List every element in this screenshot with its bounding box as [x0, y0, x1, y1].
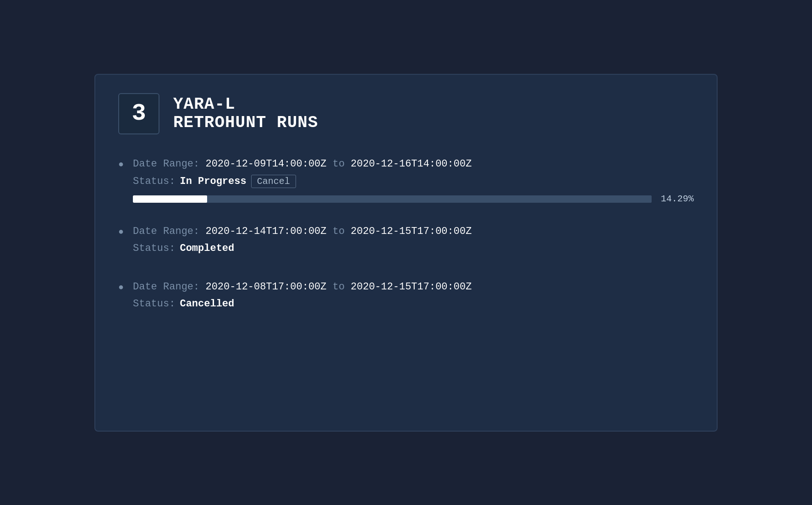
run-details: Date Range: 2020-12-09T14:00:00Z to 2020…	[133, 157, 694, 205]
date-range-to: to	[333, 226, 351, 237]
progress-text: 14.29%	[661, 194, 694, 204]
date-range-line: Date Range: 2020-12-08T17:00:00Z to 2020…	[133, 280, 694, 294]
main-card: 3 YARA-L RETROHUNT RUNS ●Date Range: 202…	[94, 74, 718, 432]
date-range-end: 2020-12-15T17:00:00Z	[351, 226, 472, 237]
runs-list: ●Date Range: 2020-12-09T14:00:00Z to 202…	[118, 157, 694, 315]
title-line1: YARA-L	[173, 95, 318, 114]
card-number: 3	[132, 100, 146, 127]
date-range-line: Date Range: 2020-12-09T14:00:00Z to 2020…	[133, 157, 694, 172]
bullet-icon: ●	[118, 282, 124, 293]
run-item: ●Date Range: 2020-12-09T14:00:00Z to 202…	[118, 157, 694, 205]
date-range-label: Date Range:	[133, 281, 205, 293]
run-item: ●Date Range: 2020-12-08T17:00:00Z to 202…	[118, 280, 694, 315]
progress-container: 14.29%	[133, 194, 694, 204]
date-range-to: to	[333, 158, 351, 170]
status-value: Completed	[180, 243, 234, 254]
status-label: Status:	[133, 243, 175, 254]
title-block: YARA-L RETROHUNT RUNS	[173, 95, 318, 132]
date-range-label: Date Range:	[133, 158, 205, 170]
status-line: Status:Cancelled	[133, 298, 694, 310]
title-line2: RETROHUNT RUNS	[173, 114, 318, 132]
bullet-icon: ●	[118, 159, 124, 170]
date-range-start: 2020-12-09T14:00:00Z	[205, 158, 332, 170]
status-label: Status:	[133, 176, 175, 187]
date-range-to: to	[333, 281, 351, 293]
status-line: Status:In ProgressCancel	[133, 175, 694, 188]
status-label: Status:	[133, 298, 175, 310]
date-range-start: 2020-12-08T17:00:00Z	[205, 281, 332, 293]
date-range-end: 2020-12-16T14:00:00Z	[351, 158, 472, 170]
date-range-label: Date Range:	[133, 226, 205, 237]
card-header: 3 YARA-L RETROHUNT RUNS	[118, 93, 694, 134]
progress-bar-fill	[133, 195, 207, 203]
number-box: 3	[118, 93, 159, 134]
status-line: Status:Completed	[133, 243, 694, 254]
run-item: ●Date Range: 2020-12-14T17:00:00Z to 202…	[118, 225, 694, 260]
run-details: Date Range: 2020-12-14T17:00:00Z to 2020…	[133, 225, 694, 260]
status-value: Cancelled	[180, 298, 234, 310]
date-range-start: 2020-12-14T17:00:00Z	[205, 226, 332, 237]
date-range-line: Date Range: 2020-12-14T17:00:00Z to 2020…	[133, 225, 694, 239]
cancel-button[interactable]: Cancel	[251, 175, 296, 188]
status-value: In Progress	[180, 176, 246, 187]
progress-bar-background	[133, 195, 652, 203]
bullet-icon: ●	[118, 227, 124, 237]
run-details: Date Range: 2020-12-08T17:00:00Z to 2020…	[133, 280, 694, 315]
date-range-end: 2020-12-15T17:00:00Z	[351, 281, 472, 293]
